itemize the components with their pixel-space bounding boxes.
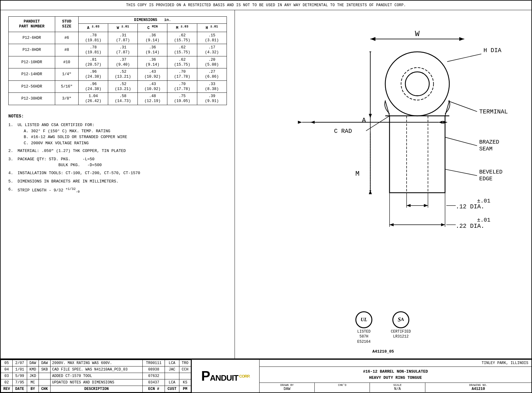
rev-date: 7/95 [13, 379, 27, 386]
dia1-tol: ±.01 [477, 198, 490, 204]
drawn-by-value: DAW [261, 387, 313, 391]
drawing-number-text: A41210_05 [372, 349, 394, 354]
dia1-label: .12 DIA. [456, 203, 485, 210]
part-number-cell: P12-38HDR [9, 93, 55, 105]
left-panel: PANDUITPART NUMBER STUDSIZE DIMENSIONS i… [1, 10, 235, 358]
dim-m-cell: .62(15.75) [167, 44, 197, 56]
part-number-cell: P12-8HDR [9, 44, 55, 56]
csa-certification: SA CERTIFIEDLR31212 [391, 311, 411, 340]
rev-num: 05 [1, 360, 13, 366]
scale-label: SCALE [372, 384, 423, 387]
part-number-cell: P12-10HDR [9, 56, 55, 68]
note-num: 2. [8, 148, 18, 154]
terminal-label: TERMINAL [479, 108, 508, 115]
rev-by: MC [27, 379, 39, 386]
note-text: INSTALLATION TOOLS: CT-100, CT-200, CT-5… [18, 170, 227, 176]
rev-by: DAW [27, 360, 39, 366]
right-panel: W H DIA TERMINAL [235, 10, 531, 358]
csa-text: CERTIFIEDLR31212 [391, 329, 411, 340]
note-num: 6. [8, 186, 18, 193]
rev-date: 2/07 [13, 360, 27, 366]
part-title-text: #16-12 BARREL NON-INSULATEDHEAVY DUTY RI… [363, 369, 428, 380]
bottom-rev-area: 05 2/07 DAW DAW 2000V. MAX RATING WAS 60… [1, 360, 531, 392]
note-item: 3.PACKAGE QTY: STD. PKG. -L=50 BULK PKG.… [8, 156, 227, 168]
table-row: P12-38HDR 3/8" 1.04(26.42) .58(14.73) .4… [9, 93, 227, 105]
dim-c-cell: .43(10.92) [138, 68, 167, 81]
table-body: P12-6HDR #6 .78(19.81) .31(7.87) .36(9.1… [9, 32, 227, 105]
col-a-header: A ±.03 [78, 24, 108, 32]
dim-a-cell: .78(19.81) [78, 32, 108, 44]
stud-size-cell: #6 [55, 32, 79, 44]
dia2-label: .22 DIA. [456, 223, 485, 230]
dim-m-cell: .62(15.75) [167, 56, 197, 68]
brazed-label-2: SEAM [479, 146, 493, 152]
header-notice: THIS COPY IS PROVIDED ON A RESTRICTED BA… [1, 1, 531, 10]
chkd-cell: CHK'D [315, 383, 370, 392]
dim-a-cell: .96(24.38) [78, 80, 108, 93]
ul-text: LISTED587HE52164 [355, 329, 372, 345]
inner-circle-dashed [401, 68, 433, 100]
note-text: PACKAGE QTY: STD. PKG. -L=50 BULK PKG. -… [18, 156, 227, 168]
c-rad-label: C RAD [334, 128, 352, 135]
rev-cust: LCA [165, 379, 179, 386]
drawn-by-cell: DRAWN BY DAW [260, 383, 315, 392]
location-line: TINLEY PARK, ILLINOIS [260, 360, 531, 367]
rev-by: KMD [27, 366, 39, 373]
rev-desc: UPDATED NOTES AND DIMENSIONS [51, 379, 143, 386]
rev-by: JKD [27, 373, 39, 379]
chkd-label: CHK'D [317, 384, 368, 387]
dim-a-cell: .78(19.81) [78, 44, 108, 56]
beveled-label-1: BEVELED [479, 169, 503, 175]
svg-line-4 [448, 101, 477, 112]
dim-m-cell: .75(19.05) [167, 93, 197, 105]
rev-cust [165, 373, 179, 379]
notes-list: 1.UL LISTED AND CSA CERTIFIED FOR:A. 302… [8, 122, 227, 194]
dim-h-cell: .33(8.38) [197, 80, 227, 93]
note-num: 5. [8, 178, 18, 185]
revision-row: 04 1/01 KMD SKB CAD FILE SPEC. WAS N4121… [1, 366, 191, 373]
note-text: MATERIAL: .050" (1.27) THK COPPER, TIN P… [18, 148, 227, 154]
note-text: STRIP LENGTH - 9/32 +1/32-0 [18, 186, 227, 194]
table-row: P12-8HDR #8 .78(19.81) .31(7.87) .36(9.1… [9, 44, 227, 56]
dim-a-cell: .81(20.57) [78, 56, 108, 68]
rev-chk: SKB [39, 366, 50, 373]
m-label: M [355, 170, 359, 178]
notes-title: NOTES: [8, 113, 227, 120]
chk-header: CHK [39, 386, 50, 392]
svg-line-14 [366, 116, 390, 131]
dim-m-cell: .62(15.75) [167, 32, 197, 44]
note-item: 2.MATERIAL: .050" (1.27) THK COPPER, TIN… [8, 148, 227, 154]
rev-ecn: 08938 [143, 366, 165, 373]
rev-cust: JAC [165, 366, 179, 373]
cust-header: CUST [165, 386, 179, 392]
dim-w-cell: .37(9.40) [108, 56, 138, 68]
hole-circle [405, 72, 429, 96]
part-number-cell: P12-56HDR [9, 80, 55, 93]
dia2-tol: ±.01 [477, 217, 490, 223]
dim-h-cell: .20(5.08) [197, 56, 227, 68]
drawing-no-value: A41210 [427, 387, 530, 391]
main-content: PANDUITPART NUMBER STUDSIZE DIMENSIONS i… [1, 10, 531, 359]
part-number-cell: P12-6HDR [9, 32, 55, 44]
stud-size-cell: 1/4" [55, 68, 79, 81]
title-bottom-row: DRAWN BY DAW CHK'D SCALE N/A DRAWING [260, 383, 531, 392]
note-num: 4. [8, 170, 18, 177]
rev-date: 5/99 [13, 373, 27, 379]
location-text: TINLEY PARK, ILLINOIS [482, 361, 528, 365]
drawing-area: W H DIA TERMINAL [238, 13, 528, 308]
dim-w-cell: .31(7.87) [108, 44, 138, 56]
rev-date: 1/01 [13, 366, 27, 373]
dim-a-cell: .96(24.38) [78, 68, 108, 81]
col-w-header: W ±.01 [108, 24, 138, 32]
panduit-logo-cell: PANDUIT CORP. [192, 360, 260, 392]
table-row: P12-10HDR #10 .81(20.57) .37(9.40) .36(9… [9, 56, 227, 68]
rev-chk [39, 373, 50, 379]
rev-desc: CAD FILE SPEC. WAS N41210AA_PCD_03 [51, 366, 143, 373]
dim-h-cell: .15(3.81) [197, 32, 227, 44]
dim-m-cell: .70(17.78) [167, 68, 197, 81]
rev-chk: DAW [39, 360, 50, 366]
rev-num: 03 [1, 373, 13, 379]
dim-m-cell: .70(17.78) [167, 80, 197, 93]
scale-value: N/A [372, 387, 423, 391]
note-item: 1.UL LISTED AND CSA CERTIFIED FOR:A. 302… [8, 122, 227, 146]
